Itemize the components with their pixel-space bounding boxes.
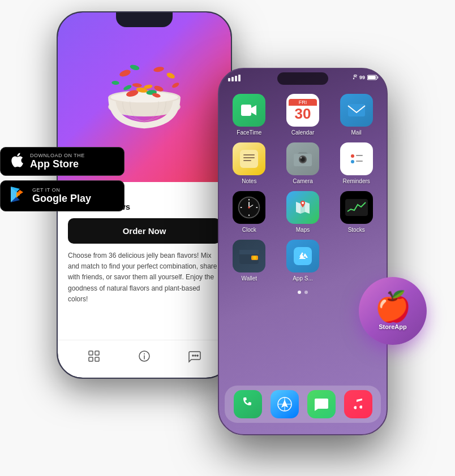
svg-point-1 xyxy=(130,64,140,71)
svg-point-47 xyxy=(351,154,354,158)
svg-point-0 xyxy=(119,68,132,78)
reminders-label: Reminders xyxy=(342,178,370,184)
svg-rect-30 xyxy=(238,75,241,81)
svg-rect-19 xyxy=(89,357,93,361)
svg-point-3 xyxy=(166,72,175,80)
googleplay-main: Google Play xyxy=(32,193,91,205)
facetime-app[interactable]: FaceTime xyxy=(226,94,273,136)
order-now-button[interactable]: Order Now xyxy=(68,218,221,244)
camera-icon xyxy=(286,142,319,175)
bowl-container xyxy=(88,46,201,148)
clock-app[interactable]: Clock xyxy=(226,191,273,233)
svg-rect-34 xyxy=(368,76,376,79)
page-dot-1 xyxy=(298,291,301,294)
calendar-app[interactable]: FRI 30 Calendar xyxy=(280,94,327,136)
bowl-illustration xyxy=(96,58,192,137)
svg-point-4 xyxy=(111,81,119,85)
dock-music-icon[interactable] xyxy=(344,390,372,418)
chat-nav-icon[interactable] xyxy=(184,346,205,366)
mail-label: Mail xyxy=(351,129,361,136)
appstore-app-icon xyxy=(286,240,319,272)
svg-point-2 xyxy=(153,66,165,73)
calendar-icon: FRI 30 xyxy=(286,94,319,127)
svg-point-5 xyxy=(171,81,180,89)
svg-point-59 xyxy=(248,206,250,208)
facetime-label: FaceTime xyxy=(237,129,261,136)
ios-app-grid: FaceTime FRI 30 Calendar xyxy=(219,89,387,286)
googleplay-badge[interactable]: GET IT ON Google Play xyxy=(0,180,125,211)
page-dot-2 xyxy=(304,291,308,294)
svg-point-31 xyxy=(353,78,354,79)
maps-app[interactable]: Maps xyxy=(280,191,327,233)
svg-rect-33 xyxy=(377,76,379,79)
svg-point-26 xyxy=(197,355,198,356)
svg-rect-39 xyxy=(243,157,255,158)
svg-rect-49 xyxy=(356,155,363,156)
ios-page-dots xyxy=(219,291,387,294)
phone1-bottom-nav xyxy=(58,340,231,378)
maps-label: Maps xyxy=(296,227,310,233)
calendar-label: Calendar xyxy=(291,129,315,136)
ios-dock xyxy=(225,386,381,423)
svg-rect-46 xyxy=(347,149,366,168)
info-nav-icon[interactable] xyxy=(134,346,154,366)
svg-rect-17 xyxy=(89,351,93,355)
svg-point-13 xyxy=(123,84,132,92)
svg-point-14 xyxy=(132,83,142,88)
svg-rect-18 xyxy=(95,351,99,355)
appstore-badge-text: Download on the App Store xyxy=(30,153,85,171)
googleplay-sub: GET IT ON xyxy=(32,187,91,193)
dock-phone-icon[interactable] xyxy=(234,390,262,418)
notes-label: Notes xyxy=(242,178,256,184)
download-badges: Download on the App Store GET IT ON Goog… xyxy=(0,147,125,211)
dock-messages-icon[interactable] xyxy=(307,390,336,418)
appstore-badge[interactable]: Download on the App Store xyxy=(0,147,125,176)
svg-point-25 xyxy=(195,355,196,356)
svg-point-8 xyxy=(111,92,178,103)
svg-point-24 xyxy=(192,355,194,356)
apple-icon xyxy=(8,152,24,171)
clock-icon xyxy=(233,191,265,224)
svg-rect-63 xyxy=(239,250,259,254)
camera-app[interactable]: Camera xyxy=(280,142,327,184)
google-play-icon xyxy=(8,185,27,206)
phone1-notch xyxy=(116,12,173,27)
svg-point-45 xyxy=(300,157,302,159)
svg-rect-20 xyxy=(95,357,99,361)
dock-safari-icon[interactable] xyxy=(271,390,299,418)
svg-point-48 xyxy=(351,160,354,163)
menu-nav-icon[interactable] xyxy=(84,346,104,366)
wallet-icon xyxy=(233,240,265,272)
storeapp-label: StoreApp xyxy=(379,323,407,330)
camera-label: Camera xyxy=(293,178,313,184)
googleplay-badge-text: GET IT ON Google Play xyxy=(32,187,91,205)
scene: AED 39.99 Colorful Chews Order Now Choos… xyxy=(0,0,455,476)
notes-icon xyxy=(233,142,265,175)
svg-rect-29 xyxy=(235,76,237,81)
appstore-main: App Store xyxy=(30,158,85,171)
calendar-date: 30 xyxy=(289,106,317,122)
svg-point-60 xyxy=(302,202,304,204)
notes-app[interactable]: Notes xyxy=(226,142,273,184)
phone2-notch xyxy=(277,72,328,85)
reminders-app[interactable]: Reminders xyxy=(333,142,380,184)
mail-app[interactable]: Mail xyxy=(333,94,380,136)
wallet-app[interactable]: Wallet xyxy=(226,240,273,282)
svg-rect-37 xyxy=(240,150,258,168)
svg-rect-36 xyxy=(348,104,365,116)
product-description: Choose from 36 delicious jelly bean flav… xyxy=(68,250,221,305)
stocks-label: Stocks xyxy=(348,227,365,233)
svg-point-65 xyxy=(253,256,256,259)
appstore-app[interactable]: App S... xyxy=(280,240,327,282)
maps-icon xyxy=(286,191,319,224)
mail-icon xyxy=(340,94,373,127)
stocks-app[interactable]: Stocks xyxy=(333,191,380,233)
calendar-day: FRI xyxy=(289,99,317,106)
svg-rect-35 xyxy=(241,105,251,116)
phone2-screen: FaceTime FRI 30 Calendar xyxy=(219,69,387,434)
svg-rect-38 xyxy=(243,154,255,155)
appstore-app-label: App S... xyxy=(293,275,313,282)
appstore-sub: Download on the xyxy=(30,153,85,158)
reminders-icon xyxy=(340,142,373,175)
storeapp-bubble[interactable]: 🍎 StoreApp xyxy=(359,277,427,345)
